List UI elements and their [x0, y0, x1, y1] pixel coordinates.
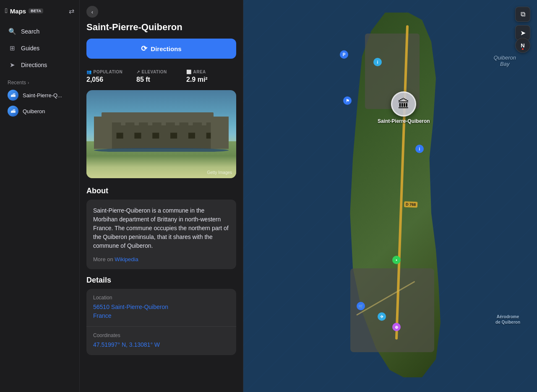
- stat-population-label: 👥 POPULATION: [86, 70, 136, 74]
- location-marker[interactable]: 🏛 Saint-Pierre-Quiberon: [378, 91, 430, 124]
- beta-badge: BETA: [29, 8, 43, 13]
- directions-icon: ➤: [8, 60, 17, 70]
- map-marker-1[interactable]: P: [340, 50, 348, 59]
- svg-rect-14: [170, 133, 177, 139]
- sidebar-toggle-button[interactable]: ⇄: [69, 7, 74, 15]
- stat-population: 👥 POPULATION 2,056: [86, 70, 136, 83]
- map-controls: ⧉: [515, 7, 530, 22]
- recent-label-quiberon: Quiberon: [23, 108, 45, 114]
- marker-label: Saint-Pierre-Quiberon: [378, 118, 430, 124]
- detail-row-coordinates: Coordinates 47.51997° N, 3.13081° W: [86, 327, 236, 355]
- map-marker-6[interactable]: 🛒: [357, 302, 365, 310]
- about-box: Saint-Pierre-Quiberon is a commune in th…: [86, 200, 236, 269]
- sidebar-item-directions[interactable]: ➤ Directions: [3, 57, 76, 73]
- wiki-prefix: More on: [93, 256, 113, 262]
- map-area[interactable]: 🏛 Saint-Pierre-Quiberon P i ⚑ i • 🛒 ✈ ⊕ …: [243, 0, 537, 392]
- stats-row: 👥 POPULATION 2,056 ↗ ELEVATION 85 ft ⬜ A…: [80, 65, 243, 90]
- stat-area-value: 2.9 mi²: [186, 76, 236, 83]
- location-label: Location: [93, 295, 229, 301]
- app-logo:  Maps BETA: [5, 7, 43, 15]
- back-icon: ‹: [91, 9, 93, 15]
- stat-elevation: ↗ ELEVATION 85 ft: [136, 70, 186, 83]
- panel-header: ‹: [80, 0, 243, 22]
- stat-area-label: ⬜ AREA: [186, 70, 236, 74]
- population-icon: 👥: [86, 70, 92, 74]
- details-title: Details: [86, 276, 236, 285]
- details-box: Location 56510 Saint-Pierre-Quiberon Fra…: [86, 289, 236, 355]
- recents-chevron-icon: ›: [28, 80, 29, 85]
- bay-label-text: QuiberonBay: [494, 55, 516, 67]
- directions-btn-icon: ⟳: [141, 44, 147, 53]
- svg-rect-6: [166, 122, 175, 127]
- sidebar-item-search[interactable]: 🔍 Search: [3, 23, 76, 39]
- svg-rect-20: [107, 117, 112, 120]
- coordinates-value: 47.51997° N, 3.13081° W: [93, 340, 229, 349]
- svg-rect-18: [94, 117, 99, 120]
- svg-rect-13: [152, 133, 159, 139]
- map-marker-3[interactable]: ⚑: [343, 96, 352, 105]
- map-marker-7[interactable]: ✈: [378, 312, 386, 321]
- about-title: About: [80, 185, 243, 200]
- layers-icon: ⧉: [521, 10, 525, 18]
- guides-icon: ⊞: [8, 44, 17, 53]
- svg-rect-2: [112, 122, 121, 127]
- directions-btn-label: Directions: [151, 45, 181, 52]
- svg-rect-19: [101, 117, 105, 120]
- recent-label-saint-pierre: Saint-Pierre-Q...: [23, 92, 62, 99]
- location-value-line2: France: [93, 312, 229, 320]
- svg-rect-7: [179, 122, 188, 127]
- wikipedia-link[interactable]: Wikipedia: [115, 256, 138, 262]
- sidebar:  Maps BETA ⇄ 🔍 Search ⊞ Guides ➤ Direct…: [0, 0, 80, 392]
- sidebar-item-label-search: Search: [21, 28, 39, 35]
- compass-n-label: N: [521, 42, 524, 49]
- layers-button[interactable]: ⧉: [515, 7, 530, 22]
- sidebar-item-label-directions: Directions: [21, 62, 47, 68]
- sidebar-item-guides[interactable]: ⊞ Guides: [3, 40, 76, 56]
- map-marker-5[interactable]: •: [392, 256, 401, 264]
- location-value-line1: 56510 Saint-Pierre-Quiberon: [93, 303, 229, 312]
- about-text: Saint-Pierre-Quiberon is a commune in th…: [93, 206, 229, 250]
- place-image: [86, 90, 236, 178]
- svg-rect-12: [134, 133, 141, 139]
- wiki-link-row: More on Wikipedia: [93, 256, 229, 262]
- directions-button[interactable]: ⟳ Directions: [86, 39, 236, 59]
- svg-rect-17: [94, 117, 112, 149]
- marker-building-icon: 🏛: [398, 97, 409, 111]
- svg-rect-21: [211, 117, 229, 149]
- search-icon: 🔍: [8, 27, 17, 36]
- coordinates-label: Coordinates: [93, 332, 229, 338]
- bay-label: QuiberonBay: [494, 55, 516, 67]
- recents-header[interactable]: Recents ›: [0, 75, 79, 87]
- back-button[interactable]: ‹: [86, 6, 98, 18]
- details-section: Details Location 56510 Saint-Pierre-Quib…: [80, 276, 243, 363]
- airport-label-text: Aérodromede Quiberon: [495, 314, 520, 325]
- detail-row-location: Location 56510 Saint-Pierre-Quiberon Fra…: [86, 289, 236, 327]
- map-marker-2[interactable]: i: [373, 58, 382, 66]
- image-credit: Getty Images: [207, 170, 232, 175]
- place-image-container: Getty Images: [86, 90, 236, 178]
- stat-elevation-label: ↗ ELEVATION: [136, 70, 186, 74]
- app-name: Maps: [10, 8, 26, 15]
- recent-avatar-saint-pierre: 🏙: [8, 90, 18, 101]
- airport-label: Aérodromede Quiberon: [495, 314, 520, 325]
- svg-rect-15: [188, 133, 195, 139]
- location-arrow-icon: ➤: [520, 29, 526, 37]
- place-title: Saint-Pierre-Quiberon: [80, 22, 243, 39]
- compass-dot: [522, 48, 524, 50]
- svg-rect-8: [193, 122, 201, 127]
- recent-item-quiberon[interactable]: 🏙 Quiberon: [3, 103, 76, 119]
- map-canvas: 🏛 Saint-Pierre-Quiberon P i ⚑ i • 🛒 ✈ ⊕ …: [243, 0, 537, 392]
- detail-panel: ‹ Saint-Pierre-Quiberon ⟳ Directions 👥 P…: [80, 0, 243, 392]
- apple-icon: : [5, 7, 8, 15]
- sidebar-nav: 🔍 Search ⊞ Guides ➤ Directions: [0, 22, 79, 75]
- svg-rect-11: [116, 133, 123, 139]
- svg-rect-4: [139, 122, 148, 127]
- map-marker-4[interactable]: i: [415, 145, 424, 153]
- recent-item-saint-pierre[interactable]: 🏙 Saint-Pierre-Q...: [3, 87, 76, 103]
- recents-label: Recents: [8, 80, 26, 86]
- elevation-icon: ↗: [136, 70, 140, 74]
- compass[interactable]: N: [515, 38, 530, 53]
- stat-area: ⬜ AREA 2.9 mi²: [186, 70, 236, 83]
- map-marker-8[interactable]: ⊕: [392, 323, 401, 331]
- marker-circle: 🏛: [391, 91, 416, 117]
